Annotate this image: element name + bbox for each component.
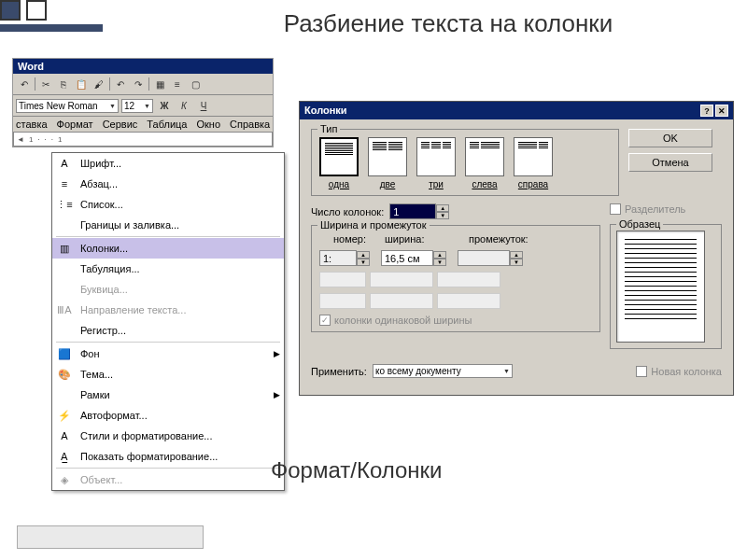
new-column-checkbox: Новая колонка bbox=[636, 366, 722, 377]
copy-button[interactable]: ⎘ bbox=[55, 76, 72, 92]
word-titlebar: Word bbox=[13, 59, 273, 74]
columns-dialog: Колонки ? ✕ Тип одна две bbox=[299, 101, 734, 396]
paragraph-icon: ≡ bbox=[56, 176, 73, 191]
undo-dropdown[interactable]: ↶ bbox=[112, 76, 129, 92]
dialog-titlebar: Колонки ? ✕ bbox=[300, 102, 733, 119]
menu-insert[interactable]: ставка bbox=[16, 119, 48, 130]
num-columns-spinner[interactable]: ▲▼ bbox=[389, 203, 449, 219]
help-button[interactable]: ? bbox=[700, 105, 713, 117]
insert-table-button[interactable]: ▦ bbox=[151, 76, 168, 92]
menu-table[interactable]: Таблица bbox=[147, 119, 187, 130]
type-one[interactable]: одна bbox=[319, 137, 359, 189]
separator-checkbox[interactable]: Разделитель bbox=[610, 203, 722, 215]
menu-item-dropcap: Буквица... bbox=[52, 279, 284, 300]
menu-item-borders[interactable]: Границы и заливка... bbox=[52, 215, 284, 235]
menu-item-reveal[interactable]: A̲Показать форматирование... bbox=[52, 446, 284, 467]
menu-item-font[interactable]: AШрифт... bbox=[52, 153, 284, 174]
menu-item-paragraph[interactable]: ≡Абзац... bbox=[52, 174, 284, 194]
close-button[interactable]: ✕ bbox=[715, 105, 728, 117]
cancel-button[interactable]: Отмена bbox=[628, 153, 712, 172]
autoformat-icon: ⚡ bbox=[56, 408, 73, 423]
bg-icon: 🟦 bbox=[56, 346, 73, 361]
menu-item-textdir: ⅢAНаправление текста... bbox=[52, 300, 284, 320]
columns-button[interactable]: ≡ bbox=[169, 76, 186, 92]
styles-icon: A bbox=[56, 428, 73, 443]
menu-format[interactable]: Формат bbox=[57, 119, 93, 130]
font-size-combo[interactable]: 12▼ bbox=[121, 99, 153, 113]
font-icon: A bbox=[56, 156, 73, 171]
row1-num: ▲▼ bbox=[319, 250, 370, 266]
textdir-icon: ⅢA bbox=[56, 302, 73, 317]
undo-button[interactable]: ↶ bbox=[16, 76, 33, 92]
type-right[interactable]: справа bbox=[514, 137, 553, 189]
slide-title: Разбиение текста на колонки bbox=[280, 9, 616, 38]
tabs-icon bbox=[56, 261, 73, 276]
menu-item-columns[interactable]: ▥Колонки... bbox=[52, 238, 284, 259]
ruler: ◄1···1 bbox=[13, 132, 273, 147]
borders-icon bbox=[56, 217, 73, 232]
object-icon: ◈ bbox=[56, 472, 73, 487]
cut-button[interactable]: ✂ bbox=[37, 76, 54, 92]
bold-button[interactable]: Ж bbox=[156, 97, 173, 114]
ok-button[interactable]: OK bbox=[628, 129, 712, 147]
type-two[interactable]: две bbox=[368, 137, 407, 189]
type-left[interactable]: слева bbox=[465, 137, 504, 189]
italic-button[interactable]: К bbox=[176, 97, 192, 114]
paste-button[interactable]: 📋 bbox=[73, 76, 90, 92]
menu-bar: ставка Формат Сервис Таблица Окно Справк… bbox=[13, 117, 273, 132]
reveal-icon: A̲ bbox=[56, 449, 73, 464]
type-group: Тип одна две три bbox=[311, 129, 619, 196]
equal-width-checkbox: ✓колонки одинаковой ширины bbox=[319, 315, 592, 326]
list-icon: ⋮≡ bbox=[56, 197, 73, 212]
font-name-combo[interactable]: Times New Roman▼ bbox=[16, 99, 119, 113]
toolbar-button[interactable]: ▢ bbox=[187, 76, 204, 92]
row1-gap: ▲▼ bbox=[458, 250, 523, 266]
apply-label: Применить: bbox=[311, 366, 367, 377]
menu-item-tabs[interactable]: Табуляция... bbox=[52, 259, 284, 279]
theme-icon: 🎨 bbox=[56, 367, 73, 382]
word-window: Word ↶ ✂ ⎘ 📋 🖌 ↶ ↷ ▦ ≡ ▢ Times New Roman… bbox=[12, 58, 274, 147]
underline-button[interactable]: Ч bbox=[195, 97, 212, 114]
menu-item-object: ◈Объект... bbox=[52, 469, 284, 490]
menu-item-bg[interactable]: 🟦Фон▶ bbox=[52, 343, 284, 364]
menu-item-frames[interactable]: Рамки▶ bbox=[52, 385, 284, 405]
preview-pane bbox=[616, 231, 705, 343]
menu-help[interactable]: Справка bbox=[230, 119, 270, 130]
row1-width[interactable]: ▲▼ bbox=[381, 250, 446, 266]
redo-dropdown[interactable]: ↷ bbox=[130, 76, 147, 92]
menu-item-list[interactable]: ⋮≡Список... bbox=[52, 194, 284, 215]
menu-item-styles[interactable]: AСтили и форматирование... bbox=[52, 426, 284, 446]
menu-tools[interactable]: Сервис bbox=[103, 119, 138, 130]
menu-window[interactable]: Окно bbox=[196, 119, 220, 130]
preview-group: Образец bbox=[610, 224, 722, 349]
toolbar-standard: ↶ ✂ ⎘ 📋 🖌 ↶ ↷ ▦ ≡ ▢ bbox=[13, 74, 273, 95]
decoration-top-left bbox=[0, 0, 103, 32]
decoration-bottom bbox=[17, 525, 204, 549]
menu-item-autoformat[interactable]: ⚡Автоформат... bbox=[52, 405, 284, 426]
type-three[interactable]: три bbox=[416, 137, 456, 189]
num-columns-label: Число колонок: bbox=[311, 206, 384, 217]
width-gap-group: Ширина и промежуток номер: ширина: проме… bbox=[311, 225, 600, 332]
footer-text: Формат/Колонки bbox=[271, 457, 443, 483]
format-painter-button[interactable]: 🖌 bbox=[91, 76, 107, 92]
format-menu-dropdown: AШрифт... ≡Абзац... ⋮≡Список... Границы … bbox=[51, 152, 285, 491]
menu-item-theme[interactable]: 🎨Тема... bbox=[52, 364, 284, 385]
columns-icon: ▥ bbox=[56, 241, 73, 256]
menu-item-register[interactable]: Регистр... bbox=[52, 320, 284, 341]
apply-combo[interactable]: ко всему документу▼ bbox=[373, 364, 513, 378]
toolbar-formatting: Times New Roman▼ 12▼ Ж К Ч bbox=[13, 95, 273, 117]
